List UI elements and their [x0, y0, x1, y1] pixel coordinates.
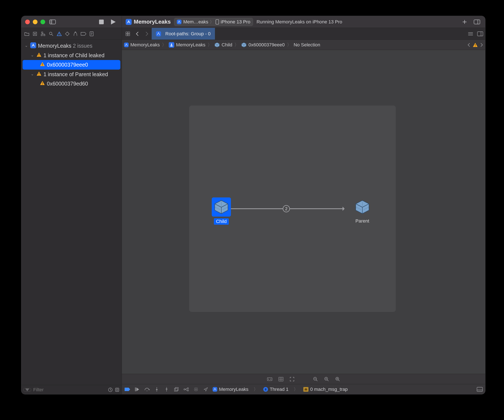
issue-address: 0x60000379eee0	[47, 61, 88, 68]
svg-rect-38	[126, 32, 128, 34]
debug-process[interactable]: MemoryLeaks	[219, 387, 248, 392]
filter-input[interactable]	[33, 387, 106, 393]
search-navigator-icon[interactable]	[48, 30, 54, 37]
jump-crumb[interactable]: MemoryLeaks	[130, 42, 160, 48]
editor-area: MemoryLeaks 〉 MemoryLeaks 〉 Child 〉 0x60…	[122, 40, 485, 394]
nav-back-icon[interactable]	[132, 31, 142, 36]
xcode-window: MemoryLeaks Mem…eaks 〉 iPhone 13 Pro Run…	[21, 16, 485, 394]
scheme-name: Mem…eaks	[183, 19, 208, 25]
focus-icon[interactable]	[289, 377, 295, 382]
scm-navigator-icon[interactable]	[31, 30, 38, 37]
graph-edge[interactable]: 2	[229, 208, 344, 209]
issue-address-row[interactable]: 0x60000379ed60	[21, 79, 122, 88]
project-row[interactable]: ⌄ MemoryLeaks 2 issues	[21, 41, 122, 51]
editor-lines-icon[interactable]	[468, 32, 473, 36]
svg-line-96	[197, 388, 198, 389]
zoom-in-icon[interactable]	[335, 377, 340, 382]
chevron-right-icon: 〉	[210, 19, 214, 25]
issue-navigator-icon[interactable]	[56, 30, 63, 37]
issue-group-row[interactable]: ⌄ 1 instance of Parent leaked	[21, 70, 122, 79]
run-button[interactable]	[109, 18, 118, 26]
library-toggle-icon[interactable]	[473, 18, 481, 26]
symbol-navigator-icon[interactable]	[40, 30, 46, 37]
sidebar-toggle-icon[interactable]	[48, 18, 57, 26]
jump-bar[interactable]: MemoryLeaks 〉 MemoryLeaks 〉 Child 〉 0x60…	[122, 40, 485, 50]
next-issue-icon[interactable]	[480, 43, 483, 47]
svg-rect-25	[44, 35, 45, 36]
folder-navigator-icon[interactable]	[24, 30, 30, 37]
step-out-icon[interactable]	[164, 387, 170, 392]
report-navigator-icon[interactable]	[88, 30, 95, 37]
related-items-icon[interactable]	[123, 28, 132, 40]
issue-address: 0x60000379ed60	[47, 80, 88, 87]
svg-point-85	[187, 388, 189, 389]
jump-crumb[interactable]: No Selection	[294, 42, 320, 48]
breakpoints-toggle-icon[interactable]	[124, 387, 130, 391]
svg-rect-52	[115, 388, 119, 391]
svg-rect-72	[135, 387, 136, 391]
jump-crumb[interactable]: 0x60000379eee0	[248, 42, 285, 48]
debug-view-hierarchy-icon[interactable]	[173, 387, 179, 392]
disclosure-icon[interactable]: ⌄	[25, 43, 29, 48]
svg-line-88	[185, 389, 187, 391]
svg-point-56	[268, 379, 269, 379]
issue-address-row[interactable]: 0x60000379eee0	[23, 60, 120, 70]
zoom-out-icon[interactable]	[313, 377, 318, 382]
svg-marker-73	[136, 387, 139, 391]
svg-point-78	[156, 391, 157, 391]
step-into-icon[interactable]	[154, 387, 160, 392]
graph-node-parent[interactable]: Parent	[351, 198, 374, 224]
zoom-window[interactable]	[41, 20, 45, 24]
scheme-device-pill[interactable]: Mem…eaks 〉 iPhone 13 Pro	[174, 18, 253, 26]
chevron-right-icon: 〉	[286, 42, 293, 48]
stop-button[interactable]	[97, 18, 106, 26]
scope-filter-icon[interactable]	[115, 387, 120, 392]
close-window[interactable]	[25, 20, 30, 24]
graph-viewport: 2 Child Parent	[189, 105, 396, 312]
nav-forward-icon[interactable]	[142, 31, 152, 36]
prev-issue-icon[interactable]	[467, 43, 470, 47]
continue-icon[interactable]	[134, 387, 140, 391]
filter-scope-icon[interactable]	[24, 388, 31, 391]
layout-mode-icon[interactable]	[278, 377, 283, 381]
debug-navigator-icon[interactable]	[72, 30, 79, 37]
node-cube-icon	[212, 198, 231, 217]
thread-icon: ⏸	[263, 387, 268, 392]
graph-node-child[interactable]: Child	[210, 198, 233, 225]
svg-rect-55	[267, 378, 272, 381]
zoom-fit-icon[interactable]	[324, 377, 329, 382]
warning-icon	[473, 42, 478, 48]
simulate-location-icon[interactable]	[203, 387, 209, 391]
editor-split-icon[interactable]	[477, 31, 483, 36]
disclosure-icon[interactable]: ⌄	[31, 53, 35, 58]
issue-navigator: ⌄ MemoryLeaks 2 issues ⌄ 1 instance of C…	[21, 40, 122, 394]
svg-rect-24	[41, 35, 42, 36]
svg-rect-99	[305, 389, 307, 391]
debug-thread[interactable]: Thread 1	[270, 387, 288, 392]
project-title[interactable]: MemoryLeaks	[126, 18, 171, 25]
minimize-window[interactable]	[33, 20, 37, 24]
env-overrides-icon[interactable]	[193, 387, 199, 392]
recent-filter-icon[interactable]	[108, 387, 113, 392]
debug-area-toggle-icon[interactable]	[477, 387, 483, 392]
issue-group-title: 1 instance of Child leaked	[43, 52, 104, 59]
add-button[interactable]	[460, 18, 469, 26]
svg-point-29	[49, 32, 52, 35]
editor-tab[interactable]: Root-paths: Group - 0	[152, 28, 215, 40]
svg-line-67	[327, 380, 329, 381]
debug-memory-graph-icon[interactable]	[183, 387, 189, 391]
jump-crumb[interactable]: Child	[222, 42, 232, 48]
debug-frame[interactable]: 0 mach_msg_trap	[310, 387, 348, 392]
issue-group-row[interactable]: ⌄ 1 instance of Child leaked	[21, 51, 122, 60]
disclosure-icon[interactable]: ⌄	[31, 72, 35, 77]
frame-icon	[303, 387, 308, 392]
breakpoint-navigator-icon[interactable]	[80, 30, 87, 37]
test-navigator-icon[interactable]	[64, 30, 71, 37]
show-only-leaks-icon[interactable]	[267, 377, 272, 381]
issue-group-title: 1 instance of Parent leaked	[43, 71, 108, 78]
step-over-icon[interactable]	[144, 387, 150, 391]
memory-graph-canvas[interactable]: 2 Child Parent	[122, 50, 485, 374]
svg-rect-41	[128, 34, 130, 36]
svg-point-75	[147, 391, 147, 391]
jump-crumb[interactable]: MemoryLeaks	[176, 42, 205, 48]
